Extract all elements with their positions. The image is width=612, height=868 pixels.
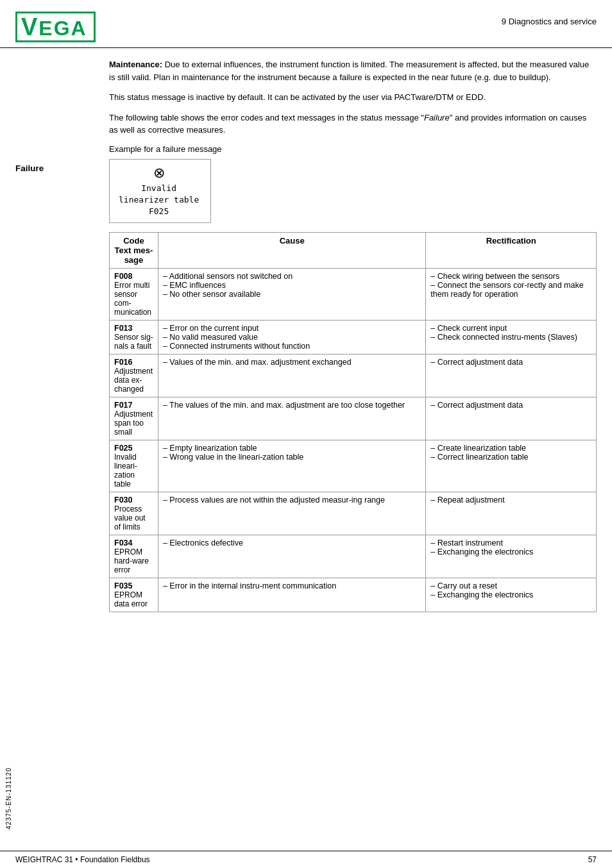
- table-row: F013Sensor sig-nals a fault– Error on th…: [110, 321, 597, 355]
- example-label: Example for a failure message: [109, 144, 597, 154]
- main-column: Maintenance: Due to external influences,…: [109, 48, 612, 622]
- cell-rectification: – Check wiring between the sensors– Conn…: [426, 269, 597, 321]
- invalid-icon: ⊗: [119, 165, 199, 181]
- cell-cause: – Empty linearization table– Wrong value…: [158, 440, 425, 492]
- cell-cause: – Error in the internal instru-ment comm…: [158, 578, 425, 612]
- example-box: ⊗ Invalid linearizer table F025: [109, 159, 211, 224]
- cell-code: F017Adjustment span too small: [110, 397, 158, 440]
- failure-section-label: Failure: [15, 163, 44, 173]
- example-text: Invalid linearizer table F025: [119, 183, 199, 218]
- cell-rectification: – Create linearization table– Correct li…: [426, 440, 597, 492]
- page-content: Failure Maintenance: Due to external inf…: [0, 48, 612, 622]
- cell-code: F016Adjustment data ex-changed: [110, 355, 158, 397]
- vertical-label: 42375-EN-131120: [5, 767, 12, 830]
- cell-rectification: – Check current input– Check connected i…: [426, 321, 597, 355]
- cell-code: F034EPROM hard-ware error: [110, 535, 158, 578]
- footer-page-number: 57: [588, 855, 597, 864]
- col-header-rectification: Rectification: [426, 233, 597, 269]
- cell-cause: – Electronics defective: [158, 535, 425, 578]
- cell-code: F030Process value out of limits: [110, 492, 158, 535]
- cell-code: F035EPROM data error: [110, 578, 158, 612]
- cell-code: F008Error multi sensor com-munication: [110, 269, 158, 321]
- table-row: F025Invalid lineari-zation table– Empty …: [110, 440, 597, 492]
- left-column: Failure: [0, 48, 109, 622]
- cell-code: F013Sensor sig-nals a fault: [110, 321, 158, 355]
- cell-rectification: – Carry out a reset– Exchanging the elec…: [426, 578, 597, 612]
- maintenance-para-1: Maintenance: Due to external influences,…: [109, 58, 597, 83]
- table-row: F017Adjustment span too small– The value…: [110, 397, 597, 440]
- section-title: 9 Diagnostics and service: [502, 17, 597, 26]
- table-row: F030Process value out of limits– Process…: [110, 492, 597, 535]
- cell-rectification: – Restart instrument– Exchanging the ele…: [426, 535, 597, 578]
- failure-table: Code Text mes-sage Cause Rectification F…: [109, 232, 597, 612]
- table-row: F008Error multi sensor com-munication– A…: [110, 269, 597, 321]
- table-row: F034EPROM hard-ware error– Electronics d…: [110, 535, 597, 578]
- cell-cause: – Values of the min. and max. adjustment…: [158, 355, 425, 397]
- cell-cause: – Additional sensors not switched on– EM…: [158, 269, 425, 321]
- cell-cause: – Process values are not within the adju…: [158, 492, 425, 535]
- table-row: F016Adjustment data ex-changed– Values o…: [110, 355, 597, 397]
- cell-cause: – The values of the min. and max. adjust…: [158, 397, 425, 440]
- vega-logo: VEGA: [15, 12, 96, 42]
- cell-rectification: – Repeat adjustment: [426, 492, 597, 535]
- page-footer: WEIGHTRAC 31 • Foundation Fieldbus 57: [0, 851, 612, 868]
- maintenance-para-2: This status message is inactive by defau…: [109, 91, 597, 104]
- col-header-code: Code Text mes-sage: [110, 233, 158, 269]
- table-row: F035EPROM data error– Error in the inter…: [110, 578, 597, 612]
- failure-intro: The following table shows the error code…: [109, 112, 597, 137]
- footer-title: WEIGHTRAC 31 • Foundation Fieldbus: [15, 855, 150, 864]
- cell-cause: – Error on the current input– No valid m…: [158, 321, 425, 355]
- col-header-cause: Cause: [158, 233, 425, 269]
- page-header: VEGA 9 Diagnostics and service: [0, 0, 612, 48]
- cell-rectification: – Correct adjustment data: [426, 355, 597, 397]
- cell-rectification: – Correct adjustment data: [426, 397, 597, 440]
- cell-code: F025Invalid lineari-zation table: [110, 440, 158, 492]
